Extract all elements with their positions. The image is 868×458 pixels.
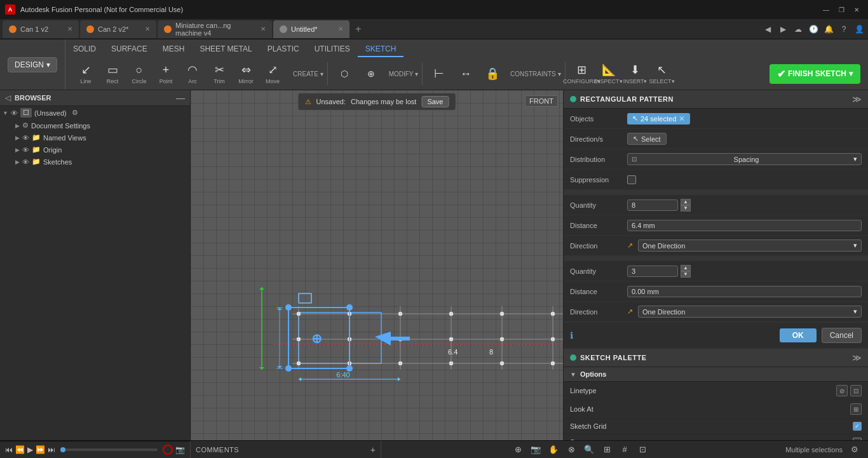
sidebar-icon-eye[interactable]: 👁 bbox=[11, 109, 18, 117]
camera-tool-icon[interactable]: 📷 bbox=[529, 443, 543, 457]
qty2-up-button[interactable]: ▲ bbox=[681, 265, 691, 271]
canvas-area[interactable]: ⚠ Unsaved: Changes may be lost Save FRON… bbox=[191, 90, 563, 440]
insert-button[interactable]: ⬇INSERT▾ bbox=[623, 60, 648, 88]
maximize-button[interactable]: ❐ bbox=[835, 3, 848, 16]
play-button[interactable]: ▶ bbox=[27, 445, 33, 454]
dimension-tool-button[interactable]: ↔ bbox=[453, 60, 478, 88]
record-button[interactable] bbox=[163, 445, 173, 455]
ok-button[interactable]: OK bbox=[780, 328, 817, 342]
linetype-icon2[interactable]: ⊡ bbox=[850, 385, 862, 396]
bell-icon[interactable]: 🔔 bbox=[822, 23, 835, 36]
direction1-select[interactable]: One Direction ▾ bbox=[638, 239, 862, 252]
zoom-fit-icon[interactable]: ⊗ bbox=[564, 443, 578, 457]
tab-miniature[interactable]: Miniature can...ng machine v4 ✕ bbox=[158, 20, 272, 38]
tab-surface[interactable]: SURFACE bbox=[104, 42, 155, 57]
next-button[interactable]: ⏩ bbox=[36, 445, 45, 454]
help-icon[interactable]: ? bbox=[837, 23, 850, 36]
options-section-header[interactable]: ▼ Options bbox=[564, 367, 868, 382]
browser-back-icon[interactable]: ◁ bbox=[5, 93, 11, 102]
snap-checkbox[interactable] bbox=[853, 438, 862, 440]
timeline-cursor[interactable] bbox=[60, 447, 65, 452]
mirror-tool-button[interactable]: ⇔Mirror bbox=[233, 60, 259, 88]
settings-icon[interactable]: ⚙ bbox=[72, 109, 78, 117]
tab-can1[interactable]: Can 1 v2 ✕ bbox=[3, 20, 79, 38]
user-icon[interactable]: 👤 bbox=[853, 23, 865, 36]
tab-sheet-metal[interactable]: SHEET METAL bbox=[192, 42, 259, 57]
sidebar-item-doc-settings[interactable]: ▶ ⚙ Document Settings bbox=[0, 119, 190, 131]
distance2-input[interactable] bbox=[627, 286, 862, 297]
cloud-icon[interactable]: ☁ bbox=[792, 23, 804, 36]
lookat-icon[interactable]: ⊞ bbox=[850, 403, 862, 415]
tab-utilities[interactable]: UTILITIES bbox=[307, 42, 358, 57]
tab-sketch[interactable]: SKETCH bbox=[358, 42, 404, 57]
qty1-down-button[interactable]: ▼ bbox=[681, 205, 691, 212]
new-tab-button[interactable]: + bbox=[351, 22, 366, 37]
panel-expand-icon[interactable]: ≫ bbox=[852, 94, 862, 104]
inspect-button[interactable]: 📐INSPECT▾ bbox=[596, 60, 621, 88]
timeline-track[interactable] bbox=[60, 448, 158, 451]
close-button[interactable]: ✕ bbox=[850, 3, 863, 16]
select-button[interactable]: ↖SELECT▾ bbox=[649, 60, 675, 88]
sidebar-item-named-views[interactable]: ▶ 👁 📁 Named Views bbox=[0, 131, 190, 144]
zoom-icon[interactable]: 🔍 bbox=[582, 443, 596, 457]
grid-icon[interactable]: # bbox=[618, 443, 632, 457]
snap-tool-icon[interactable]: ⊕ bbox=[511, 443, 525, 457]
tab-close-untitled[interactable]: ✕ bbox=[338, 25, 343, 32]
qty1-input[interactable] bbox=[627, 199, 678, 211]
lock-tool-button[interactable]: 🔒 bbox=[480, 60, 505, 88]
modify-group-label[interactable]: MODIFY ▾ bbox=[386, 71, 421, 77]
sidebar-item-origin[interactable]: ▶ 👁 📁 Origin bbox=[0, 144, 190, 156]
tab-mesh[interactable]: MESH bbox=[155, 42, 193, 57]
qty2-input[interactable] bbox=[627, 266, 678, 277]
tab-close-can1[interactable]: ✕ bbox=[67, 25, 72, 32]
sketch-palette-expand-icon[interactable]: ≫ bbox=[852, 353, 862, 363]
sketch-grid-checkbox[interactable]: ✓ bbox=[853, 422, 862, 431]
direction2-select[interactable]: One Direction ▾ bbox=[638, 306, 862, 318]
offset-tool-button[interactable]: ⬡ bbox=[332, 60, 357, 88]
cancel-button[interactable]: Cancel bbox=[822, 328, 862, 343]
skip-start-button[interactable]: ⏮ bbox=[5, 445, 13, 454]
clock-icon[interactable]: 🕐 bbox=[807, 23, 820, 36]
selected-badge[interactable]: ↖ 24 selected ✕ bbox=[627, 113, 690, 125]
tab-solid[interactable]: SOLID bbox=[65, 42, 104, 57]
trim-tool-button[interactable]: ✂Trim bbox=[207, 60, 232, 88]
line-tool-button[interactable]: ↙Line bbox=[73, 60, 98, 88]
configure-button[interactable]: ⊞CONFIGURE▾ bbox=[569, 60, 595, 88]
create-group-label[interactable]: CREATE ▾ bbox=[290, 71, 326, 77]
suppression-checkbox[interactable] bbox=[627, 175, 636, 184]
info-icon[interactable]: ℹ bbox=[570, 330, 573, 340]
tab-prev-icon[interactable]: ◀ bbox=[761, 23, 774, 36]
sidebar-item-unsaved[interactable]: ▼ 👁 ☐ (Unsaved) ⚙ bbox=[0, 106, 190, 119]
skip-end-button[interactable]: ⏭ bbox=[48, 445, 55, 454]
design-dropdown-button[interactable]: DESIGN ▾ bbox=[8, 57, 57, 72]
circle-tool-button[interactable]: ○Circle bbox=[126, 60, 152, 88]
point-tool-button[interactable]: +Point bbox=[153, 60, 179, 88]
tab-close-miniature[interactable]: ✕ bbox=[261, 25, 266, 32]
qty1-up-button[interactable]: ▲ bbox=[681, 199, 691, 205]
camera-icon[interactable]: 📷 bbox=[175, 445, 185, 454]
select-direction-button[interactable]: ↖ Select bbox=[627, 133, 667, 145]
move-tool-button[interactable]: ⤢Move bbox=[260, 60, 285, 88]
settings-gear-icon[interactable]: ⚙ bbox=[848, 443, 862, 457]
sidebar-item-sketches[interactable]: ▶ 👁 📁 Sketches bbox=[0, 156, 190, 168]
browser-close-icon[interactable]: — bbox=[176, 93, 185, 103]
pan-tool-icon[interactable]: ✋ bbox=[546, 443, 560, 457]
project-tool-button[interactable]: ⊕ bbox=[358, 60, 384, 88]
qty2-down-button[interactable]: ▼ bbox=[681, 271, 691, 278]
tab-close-can2[interactable]: ✕ bbox=[145, 25, 150, 32]
finish-sketch-button[interactable]: ✔ FINISH SKETCH ▾ bbox=[770, 64, 860, 84]
linetype-icon1[interactable]: ⊘ bbox=[836, 385, 848, 396]
minimize-button[interactable]: — bbox=[820, 3, 832, 16]
distance1-input[interactable] bbox=[627, 220, 862, 231]
tab-untitled[interactable]: Untitled* ✕ bbox=[273, 20, 349, 38]
save-button[interactable]: Save bbox=[421, 96, 449, 107]
clear-selection-icon[interactable]: ✕ bbox=[679, 114, 685, 123]
arc-tool-button[interactable]: ◠Arc bbox=[180, 60, 205, 88]
add-comment-icon[interactable]: + bbox=[370, 445, 376, 455]
tab-next-icon[interactable]: ▶ bbox=[776, 23, 789, 36]
tab-plastic[interactable]: PLASTIC bbox=[260, 42, 307, 57]
constraints-group-label[interactable]: CONSTRAINTS ▾ bbox=[508, 71, 563, 77]
distribution-select[interactable]: ⊡ Spacing ▾ bbox=[627, 153, 862, 165]
constraint-tool-button[interactable]: ⊢ bbox=[426, 60, 452, 88]
rectangle-tool-button[interactable]: ▭Rect bbox=[100, 60, 125, 88]
